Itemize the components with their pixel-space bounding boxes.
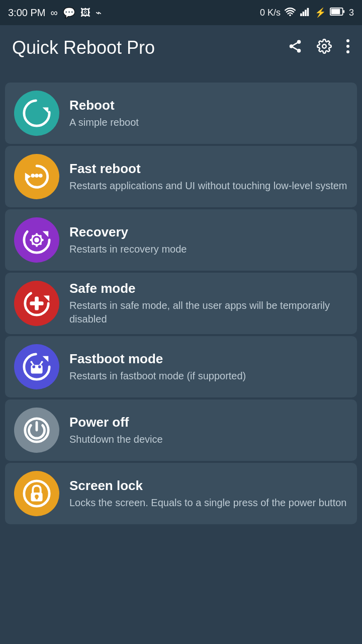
share-icon[interactable] bbox=[288, 39, 303, 57]
svg-marker-18 bbox=[43, 107, 49, 113]
reboot-title: Reboot bbox=[69, 98, 348, 113]
status-bar: 3:00 PM ∞ 💬 🖼 ⌁ 0 K/s ⚡ bbox=[0, 0, 362, 25]
power-off-title: Power off bbox=[69, 415, 348, 430]
message-icon: 💬 bbox=[63, 7, 75, 19]
fast-reboot-text: Fast reboot Restarts applications and UI… bbox=[69, 161, 348, 193]
screen-lock-desc: Locks the screen. Equals to a single pre… bbox=[69, 496, 348, 510]
svg-point-17 bbox=[24, 101, 49, 126]
svg-rect-38 bbox=[30, 301, 43, 305]
app-bar-actions bbox=[288, 39, 350, 57]
safe-mode-icon bbox=[14, 281, 59, 326]
screen-lock-icon bbox=[14, 471, 59, 516]
power-off-text: Power off Shutdown the device bbox=[69, 415, 348, 446]
svg-rect-3 bbox=[305, 10, 307, 16]
usb-icon: ⌁ bbox=[96, 7, 102, 19]
fast-reboot-icon bbox=[14, 154, 59, 199]
svg-rect-7 bbox=[343, 10, 344, 13]
recovery-text: Recovery Restarts in recovery mode bbox=[69, 224, 348, 256]
signal-icon bbox=[300, 7, 311, 19]
time-display: 3:00 PM bbox=[8, 7, 45, 19]
fast-reboot-title: Fast reboot bbox=[69, 161, 348, 177]
power-off-desc: Shutdown the device bbox=[69, 433, 348, 446]
svg-marker-40 bbox=[43, 356, 49, 362]
reboot-item[interactable]: Reboot A simple reboot bbox=[5, 83, 357, 144]
svg-point-9 bbox=[290, 44, 294, 48]
battery-level: 3 bbox=[349, 8, 354, 18]
svg-point-21 bbox=[35, 174, 39, 178]
svg-point-0 bbox=[289, 14, 291, 16]
fast-reboot-desc: Restarts applications and UI without tou… bbox=[69, 179, 348, 193]
svg-rect-29 bbox=[30, 239, 33, 241]
safe-mode-item[interactable]: Safe mode Restarts in safe mode, all the… bbox=[5, 273, 357, 334]
svg-marker-24 bbox=[43, 231, 49, 237]
recovery-title: Recovery bbox=[69, 224, 348, 240]
svg-point-22 bbox=[39, 174, 43, 178]
svg-point-15 bbox=[346, 45, 349, 48]
svg-point-26 bbox=[34, 237, 39, 243]
svg-point-42 bbox=[32, 365, 35, 368]
svg-point-43 bbox=[38, 365, 41, 368]
fastboot-title: Fastboot mode bbox=[69, 351, 348, 367]
settings-icon[interactable] bbox=[317, 39, 332, 57]
status-right: 0 K/s ⚡ 3 bbox=[260, 7, 354, 19]
wifi-icon bbox=[285, 7, 296, 19]
recovery-item[interactable]: Recovery Restarts in recovery mode bbox=[5, 209, 357, 271]
svg-rect-30 bbox=[41, 239, 44, 241]
svg-line-11 bbox=[293, 47, 298, 49]
infinity-icon: ∞ bbox=[50, 7, 57, 19]
svg-line-12 bbox=[293, 43, 298, 45]
reboot-list: Reboot A simple reboot Fast reboot Resta… bbox=[0, 83, 362, 524]
screen-lock-item[interactable]: Screen lock Locks the screen. Equals to … bbox=[5, 463, 357, 524]
screen-lock-text: Screen lock Locks the screen. Equals to … bbox=[69, 478, 348, 510]
fastboot-text: Fastboot mode Restarts in fastboot mode … bbox=[69, 351, 348, 383]
svg-point-46 bbox=[30, 361, 32, 363]
reboot-desc: A simple reboot bbox=[69, 116, 348, 129]
svg-rect-53 bbox=[36, 497, 38, 500]
recovery-icon bbox=[14, 217, 59, 263]
svg-point-16 bbox=[346, 50, 349, 53]
svg-rect-4 bbox=[307, 8, 309, 16]
power-off-item[interactable]: Power off Shutdown the device bbox=[5, 399, 357, 461]
svg-point-14 bbox=[346, 39, 349, 42]
svg-point-20 bbox=[31, 174, 35, 178]
svg-point-8 bbox=[297, 40, 301, 44]
fast-reboot-item[interactable]: Fast reboot Restarts applications and UI… bbox=[5, 146, 357, 207]
screen-lock-title: Screen lock bbox=[69, 478, 348, 494]
safe-mode-text: Safe mode Restarts in safe mode, all the… bbox=[69, 281, 348, 326]
svg-rect-27 bbox=[36, 233, 38, 236]
reboot-text: Reboot A simple reboot bbox=[69, 98, 348, 129]
battery-icon bbox=[330, 7, 345, 19]
safe-mode-title: Safe mode bbox=[69, 281, 348, 296]
svg-point-13 bbox=[322, 44, 326, 48]
power-icon bbox=[14, 408, 59, 453]
app-bar: Quick Reboot Pro bbox=[0, 25, 362, 70]
svg-rect-1 bbox=[300, 13, 302, 16]
recovery-desc: Restarts in recovery mode bbox=[69, 243, 348, 256]
fastboot-item[interactable]: Fastboot mode Restarts in fastboot mode … bbox=[5, 336, 357, 397]
more-icon[interactable] bbox=[346, 39, 350, 57]
network-speed: 0 K/s bbox=[260, 8, 281, 18]
fastboot-icon bbox=[14, 344, 59, 389]
svg-marker-36 bbox=[44, 296, 50, 302]
image-icon: 🖼 bbox=[80, 7, 90, 19]
svg-rect-6 bbox=[331, 9, 340, 14]
svg-point-47 bbox=[41, 361, 43, 363]
svg-marker-19 bbox=[25, 173, 31, 180]
status-time: 3:00 PM ∞ 💬 🖼 ⌁ bbox=[8, 7, 102, 19]
svg-rect-2 bbox=[303, 12, 305, 16]
svg-rect-28 bbox=[36, 244, 38, 247]
svg-point-10 bbox=[297, 49, 301, 53]
safe-mode-desc: Restarts in safe mode, all the user apps… bbox=[69, 299, 348, 326]
app-title: Quick Reboot Pro bbox=[12, 37, 155, 58]
charging-icon: ⚡ bbox=[315, 7, 326, 18]
fastboot-desc: Restarts in fastboot mode (if supported) bbox=[69, 369, 348, 383]
reboot-icon bbox=[14, 91, 59, 136]
